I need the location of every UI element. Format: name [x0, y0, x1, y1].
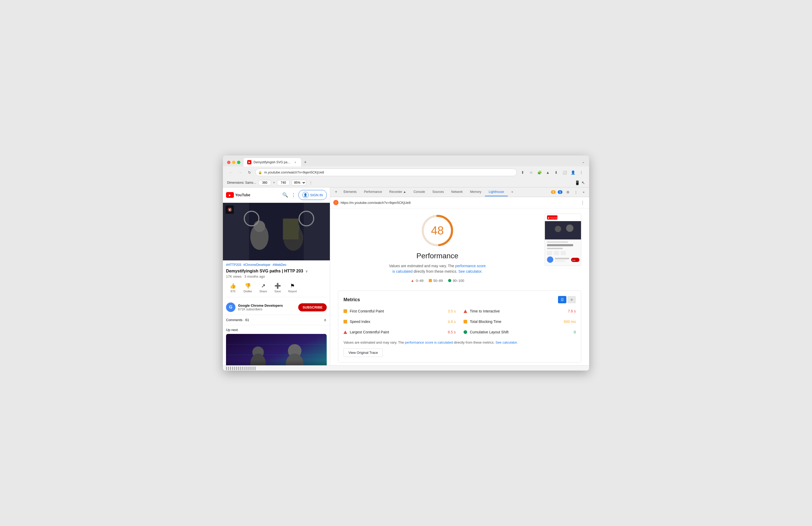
warning-badge: 1 — [551, 190, 556, 194]
close-window-button[interactable] — [227, 161, 231, 164]
youtube-logo[interactable]: ▶ YouTube — [226, 192, 250, 198]
cursor-icon[interactable]: ↖ — [581, 180, 585, 185]
forward-button[interactable]: → — [236, 169, 244, 176]
metrics-grid: First Contentful Paint 3.5 s Time to Int… — [344, 308, 576, 336]
share-button[interactable]: ⬆ — [519, 169, 526, 176]
lighthouse-icon: 🔆 — [333, 200, 338, 205]
width-input[interactable] — [259, 180, 271, 185]
youtube-header-icons: 🔍 ⋮ — [282, 192, 296, 198]
video-tags: #HTTP203 #ChromeDeveloper #WebDev — [226, 263, 327, 267]
dislike-button[interactable]: 👎 Dislike — [240, 282, 256, 294]
split-view-button[interactable]: ⬜ — [561, 169, 568, 176]
tab-console[interactable]: Console — [410, 188, 429, 196]
tab-close-button[interactable]: × — [293, 160, 298, 164]
profile-icon-button[interactable]: 👤 — [569, 169, 577, 176]
tab-more[interactable]: » — [508, 188, 517, 196]
score-container: 48 Performance Values are estimated and … — [338, 214, 537, 283]
legend-red: ▲ 0–49 — [411, 279, 423, 283]
legend-red-label: 0–49 — [416, 279, 423, 283]
tab-sources[interactable]: Sources — [429, 188, 448, 196]
youtube-search-button[interactable]: 🔍 — [282, 192, 288, 198]
tag-chromedeveloper[interactable]: #ChromeDeveloper — [243, 263, 271, 267]
report-label: Report — [288, 290, 297, 293]
si-name: Speed Index — [350, 319, 445, 324]
tab-lighthouse[interactable]: Lighthouse — [485, 188, 508, 196]
svg-rect-31 — [547, 248, 563, 249]
lcp-indicator — [344, 330, 347, 334]
devtools-close-button[interactable]: × — [580, 189, 587, 196]
cls-indicator — [464, 330, 467, 334]
height-input[interactable] — [277, 180, 290, 185]
svg-rect-33 — [554, 251, 559, 255]
devtools-settings-button[interactable]: ⚙ — [565, 189, 571, 196]
dimensions-separator: × — [273, 181, 275, 184]
cls-name: Cumulative Layout Shift — [470, 330, 571, 334]
profile-button[interactable]: ▲ — [544, 169, 551, 176]
subscribe-button[interactable]: SUBSCRIBE — [298, 303, 327, 311]
svg-text:▶ YouTube: ▶ YouTube — [548, 217, 559, 219]
like-button[interactable]: 👍 870 — [226, 282, 240, 294]
view-trace-button[interactable]: View Original Trace — [344, 348, 383, 357]
tag-http203[interactable]: #HTTP203 — [226, 263, 241, 267]
youtube-more-button[interactable]: ⋮ — [291, 192, 296, 198]
footer-mid: directly from these metrics. — [454, 340, 495, 344]
sign-in-button[interactable]: 👤 SIGN IN — [299, 190, 327, 200]
youtube-header: ▶ YouTube 🔍 ⋮ 👤 SIGN IN — [223, 187, 330, 203]
comments-expand-button[interactable]: ∧ — [323, 317, 327, 323]
dimensions-more-button[interactable]: ⋮ — [309, 181, 313, 184]
mute-icon[interactable]: 🔇 — [226, 205, 234, 214]
footer-calc-link[interactable]: See calculator. — [495, 340, 518, 344]
bookmark-button[interactable]: ☆ — [527, 169, 535, 176]
new-tab-button[interactable]: + — [302, 159, 309, 166]
address-bar[interactable]: 🔒 m.youtube.com/watch?v=9qen5CKjUe8 — [255, 169, 517, 176]
next-video-thumbnail[interactable]: The History Navigation API. HTTP 203 — [226, 334, 327, 365]
devtools-more-button[interactable]: ⋮ — [572, 189, 579, 196]
active-tab[interactable]: ▶ Demystifyingish SVG paths | H… × — [244, 158, 301, 167]
metrics-header: Metrics ☰ ≡ — [344, 296, 576, 303]
expand-title-icon[interactable]: ∨ — [305, 269, 308, 273]
minimize-window-button[interactable] — [232, 161, 235, 164]
svg-point-4 — [254, 221, 265, 232]
share-button[interactable]: ↗ Share — [256, 282, 271, 294]
traffic-lights — [227, 161, 241, 164]
tab-plus[interactable]: + — [332, 187, 340, 197]
save-button[interactable]: ➕ Save — [271, 282, 285, 294]
perf-desc-mid: directly from these metrics. — [414, 269, 458, 273]
extensions-button[interactable]: 🧩 — [536, 169, 543, 176]
tab-recorder[interactable]: Recorder ▲ — [386, 188, 410, 196]
perf-desc-text: Values are estimated and may vary. The — [389, 264, 454, 268]
window-controls-right[interactable]: ⌄ — [582, 160, 585, 164]
mobile-icon[interactable]: 📱 — [575, 180, 580, 185]
metrics-list-view-button[interactable]: ☰ — [558, 296, 566, 303]
browser-more-button[interactable]: ⋮ — [578, 169, 585, 176]
svg-rect-37 — [555, 260, 565, 262]
metrics-footer: Values are estimated and may vary. The p… — [344, 340, 576, 345]
sign-in-label: SIGN IN — [310, 193, 323, 197]
video-info: #HTTP203 #ChromeDeveloper #WebDev Demyst… — [223, 260, 330, 300]
maximize-window-button[interactable] — [237, 161, 241, 164]
metrics-compact-view-button[interactable]: ≡ — [567, 296, 576, 303]
lighthouse-toolbar-more[interactable]: ⋮ — [579, 199, 586, 206]
tab-title: Demystifyingish SVG paths | H… — [253, 160, 291, 164]
download-button[interactable]: ⬇ — [552, 169, 560, 176]
zoom-select[interactable]: 95% — [292, 180, 306, 186]
lighthouse-url-text: https://m.youtube.com/watch?v=9qen5CKjUe… — [340, 201, 411, 205]
tab-elements[interactable]: Elements — [340, 188, 360, 196]
report-button[interactable]: ⚑ Report — [285, 282, 301, 294]
tab-network[interactable]: Network — [448, 188, 466, 196]
video-meta: 17K views · 3 months ago — [226, 274, 327, 279]
see-calculator-link[interactable]: See calculator. — [458, 269, 482, 273]
title-bar: ▶ Demystifyingish SVG paths | H… × + ⌄ — [223, 155, 589, 167]
back-button[interactable]: ← — [227, 169, 234, 176]
footer-score-link[interactable]: performance score is calculated — [405, 340, 453, 344]
youtube-logo-icon: ▶ — [226, 192, 234, 198]
share-icon: ↗ — [261, 283, 265, 289]
tab-memory[interactable]: Memory — [466, 188, 485, 196]
tab-performance[interactable]: Performance — [360, 188, 386, 196]
tag-webdev[interactable]: #WebDev — [273, 263, 286, 267]
legend-orange-square-icon — [429, 279, 432, 282]
tab-favicon: ▶ — [247, 160, 251, 164]
performance-title: Performance — [417, 252, 458, 260]
refresh-button[interactable]: ↻ — [246, 169, 253, 176]
tti-indicator — [464, 310, 467, 313]
